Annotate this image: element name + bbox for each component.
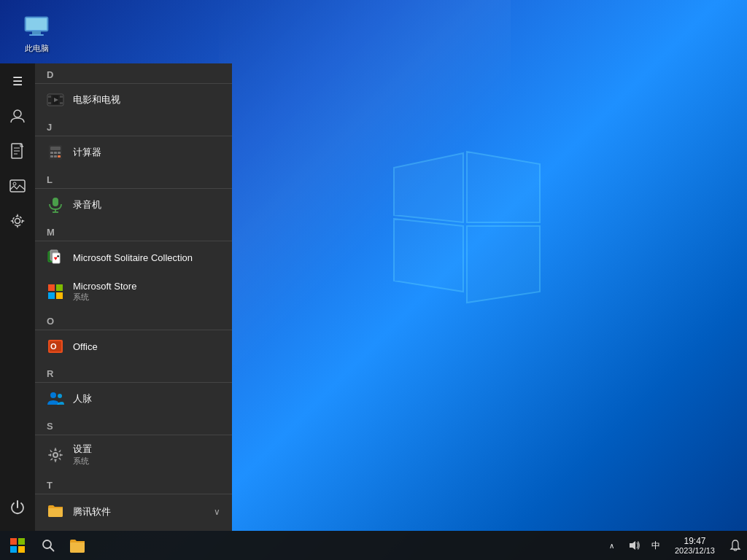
svg-rect-9 bbox=[26, 18, 47, 30]
this-pc-image bbox=[22, 11, 51, 40]
app-item-solitaire[interactable]: ♥ ♠ Microsoft Solitaire Collection bbox=[35, 241, 232, 273]
office-info: Office bbox=[73, 341, 98, 352]
taskbar-notification-button[interactable] bbox=[724, 531, 747, 560]
app-item-store[interactable]: Microsoft Store 系统 bbox=[35, 273, 232, 310]
svg-rect-32 bbox=[50, 152, 53, 154]
solitaire-icon: ♥ ♠ bbox=[47, 249, 64, 266]
svg-text:O: O bbox=[50, 342, 57, 351]
taskbar-overflow-button[interactable]: ∧ bbox=[602, 531, 622, 560]
recorder-info: 录音机 bbox=[73, 198, 101, 211]
app-item-settings[interactable]: 设置 系统 bbox=[35, 435, 232, 474]
people-info: 人脉 bbox=[73, 392, 92, 405]
svg-marker-5 bbox=[394, 219, 463, 292]
sidebar-user-icon[interactable] bbox=[0, 98, 35, 133]
svg-point-21 bbox=[13, 217, 23, 226]
app-item-office[interactable]: O Office bbox=[35, 330, 232, 362]
people-icon bbox=[47, 390, 64, 408]
office-icon: O bbox=[47, 338, 64, 355]
windows-logo-desktop bbox=[387, 146, 547, 306]
svg-rect-56 bbox=[10, 538, 17, 545]
svg-rect-35 bbox=[50, 155, 53, 158]
taskbar-language-button[interactable]: 中 bbox=[646, 531, 666, 560]
svg-marker-62 bbox=[630, 541, 635, 550]
svg-point-53 bbox=[50, 392, 56, 398]
svg-marker-3 bbox=[467, 152, 540, 222]
movies-icon bbox=[47, 91, 64, 109]
svg-rect-33 bbox=[54, 152, 57, 154]
app-item-people[interactable]: 人脉 bbox=[35, 383, 232, 415]
svg-rect-10 bbox=[32, 31, 41, 34]
taskbar-search-button[interactable] bbox=[35, 531, 61, 560]
taskbar-file-explorer-button[interactable] bbox=[61, 531, 93, 560]
start-menu-sidebar bbox=[0, 63, 35, 531]
section-letter-t: T bbox=[35, 474, 232, 494]
recorder-name: 录音机 bbox=[73, 198, 101, 211]
sidebar-document-icon[interactable] bbox=[0, 133, 35, 168]
store-info: Microsoft Store 系统 bbox=[73, 281, 136, 303]
this-pc-icon[interactable]: 此电脑 bbox=[11, 11, 62, 54]
taskbar-time-display: 19:47 bbox=[684, 536, 705, 546]
taskbar-right-area: ∧ 中 19:47 2023/12/13 bbox=[602, 531, 747, 560]
svg-rect-36 bbox=[54, 155, 57, 158]
svg-rect-49 bbox=[56, 292, 63, 299]
tencent-folder-icon bbox=[47, 502, 64, 521]
section-letter-o: O bbox=[35, 310, 232, 330]
movies-name: 电影和电视 bbox=[73, 93, 120, 106]
taskbar-clock[interactable]: 19:47 2023/12/13 bbox=[667, 531, 722, 560]
desktop-icon-area: 此电脑 bbox=[11, 11, 62, 54]
section-letter-r: R bbox=[35, 362, 232, 383]
store-name: Microsoft Store bbox=[73, 281, 136, 292]
taskbar: ∧ 中 19:47 2023/12/13 bbox=[0, 531, 747, 560]
svg-rect-37 bbox=[58, 155, 61, 158]
solitaire-info: Microsoft Solitaire Collection bbox=[73, 252, 193, 263]
section-letter-s: S bbox=[35, 415, 232, 435]
svg-rect-46 bbox=[48, 284, 55, 291]
app-item-calculator[interactable]: 计算器 bbox=[35, 136, 232, 168]
svg-point-19 bbox=[13, 182, 16, 185]
svg-rect-38 bbox=[53, 198, 58, 206]
settings-app-name: 设置 bbox=[73, 443, 92, 456]
svg-rect-26 bbox=[48, 102, 51, 104]
recorder-icon bbox=[47, 196, 64, 214]
calculator-name: 计算器 bbox=[73, 146, 101, 159]
svg-marker-7 bbox=[467, 226, 540, 303]
office-name: Office bbox=[73, 341, 98, 352]
svg-rect-58 bbox=[10, 546, 17, 553]
store-sub: 系统 bbox=[73, 292, 136, 303]
svg-rect-18 bbox=[10, 180, 25, 192]
settings-app-sub: 系统 bbox=[73, 456, 92, 467]
calculator-info: 计算器 bbox=[73, 146, 101, 159]
tencent-chevron-icon: ∨ bbox=[214, 507, 220, 517]
overflow-arrow-icon: ∧ bbox=[609, 542, 614, 550]
solitaire-name: Microsoft Solitaire Collection bbox=[73, 252, 193, 263]
people-name: 人脉 bbox=[73, 392, 92, 405]
start-button[interactable] bbox=[0, 531, 35, 560]
tencent-name: 腾讯软件 bbox=[73, 505, 111, 518]
sidebar-power-icon[interactable] bbox=[0, 490, 35, 525]
sidebar-settings-icon[interactable] bbox=[0, 203, 35, 238]
settings-app-info: 设置 系统 bbox=[73, 443, 92, 467]
sidebar-photo-icon[interactable] bbox=[0, 168, 35, 203]
tencent-folder-left: 腾讯软件 bbox=[47, 502, 111, 521]
app-item-movies[interactable]: 电影和电视 bbox=[35, 84, 232, 116]
svg-rect-34 bbox=[58, 152, 61, 154]
taskbar-date-display: 2023/12/13 bbox=[675, 546, 715, 555]
app-item-tencent[interactable]: 腾讯软件 ∨ bbox=[35, 494, 232, 529]
app-item-recorder[interactable]: 录音机 bbox=[35, 189, 232, 221]
settings-app-icon bbox=[47, 446, 64, 464]
section-letter-d: D bbox=[35, 63, 232, 84]
svg-rect-31 bbox=[50, 147, 61, 150]
taskbar-speaker-button[interactable] bbox=[624, 531, 644, 560]
hamburger-button[interactable]: ☰ bbox=[0, 63, 35, 98]
svg-point-54 bbox=[58, 394, 62, 398]
svg-rect-24 bbox=[48, 96, 51, 98]
svg-rect-11 bbox=[29, 34, 44, 36]
svg-rect-59 bbox=[18, 546, 25, 553]
svg-point-20 bbox=[15, 219, 20, 224]
svg-point-12 bbox=[14, 110, 21, 117]
svg-point-55 bbox=[53, 453, 58, 457]
hamburger-icon: ☰ bbox=[12, 74, 23, 88]
svg-marker-1 bbox=[394, 153, 463, 222]
svg-rect-47 bbox=[56, 284, 63, 291]
section-letter-j: J bbox=[35, 116, 232, 136]
